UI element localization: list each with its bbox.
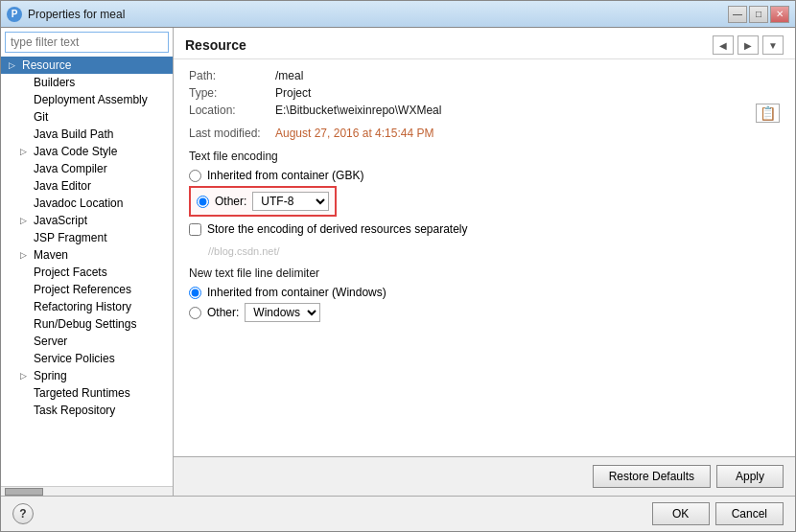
sidebar-item-label: Run/Debug Settings <box>34 317 136 331</box>
other-encoding-label: Other: <box>215 195 246 208</box>
line-delimiter-title: New text file line delimiter <box>189 266 780 280</box>
ok-button[interactable]: OK <box>652 502 710 525</box>
store-encoding-row: Store the encoding of derived resources … <box>189 222 780 236</box>
right-panel: Resource ◀ ▶ ▼ Path: /meal Type: Project <box>174 28 795 496</box>
sidebar-item-refactoring-history[interactable]: Refactoring History <box>1 298 173 315</box>
sidebar-item-project-references[interactable]: Project References <box>1 281 173 298</box>
sidebar-item-javascript[interactable]: ▷ JavaScript <box>1 212 173 229</box>
sidebar-item-label: Maven <box>34 248 68 262</box>
expand-icon: ▷ <box>20 250 30 260</box>
sidebar-item-server[interactable]: Server <box>1 333 173 350</box>
sidebar-item-label: Task Repository <box>34 404 115 417</box>
type-row: Type: Project <box>189 86 780 100</box>
expand-icon: ▷ <box>20 371 30 381</box>
expand-icon: ▷ <box>20 147 30 156</box>
sidebar-item-label: Java Editor <box>34 179 91 193</box>
encoding-select[interactable]: UTF-8 <box>252 192 329 211</box>
properties-dialog: P Properties for meal — □ ✕ ▷ Resource B… <box>0 0 796 532</box>
window-icon: P <box>7 7 22 22</box>
expand-icon: ▷ <box>20 216 30 225</box>
maximize-button[interactable]: □ <box>749 6 768 23</box>
sidebar-item-javadoc-location[interactable]: Javadoc Location <box>1 195 173 212</box>
sidebar-item-git[interactable]: Git <box>1 108 173 126</box>
back-button[interactable]: ◀ <box>713 35 734 55</box>
tree-area: ▷ Resource Builders Deployment Assembly … <box>1 57 173 486</box>
location-browse-button[interactable]: 📋 <box>756 104 780 123</box>
sidebar-item-task-repository[interactable]: Task Repository <box>1 402 173 419</box>
last-modified-row: Last modified: August 27, 2016 at 4:15:4… <box>189 127 780 140</box>
restore-defaults-button[interactable]: Restore Defaults <box>593 465 711 488</box>
other-line-radio[interactable] <box>189 307 201 319</box>
sidebar-item-run-debug-settings[interactable]: Run/Debug Settings <box>1 315 173 333</box>
close-button[interactable]: ✕ <box>770 6 789 23</box>
watermark: //blog.csdn.net/ <box>208 245 795 257</box>
cancel-button[interactable]: Cancel <box>715 502 784 525</box>
sidebar-item-label: Git <box>34 110 48 124</box>
last-modified-value: August 27, 2016 at 4:15:44 PM <box>275 127 433 140</box>
sidebar-item-java-editor[interactable]: Java Editor <box>1 177 173 195</box>
dropdown-button[interactable]: ▼ <box>762 35 784 55</box>
ok-cancel-buttons: OK Cancel <box>652 502 784 525</box>
inherited-encoding-label: Inherited from container (GBK) <box>207 169 363 182</box>
sidebar-item-deployment-assembly[interactable]: Deployment Assembly <box>1 91 173 108</box>
window-controls: — □ ✕ <box>728 6 789 23</box>
last-modified-label: Last modified: <box>189 127 275 140</box>
sidebar-item-resource[interactable]: ▷ Resource <box>1 57 173 74</box>
sidebar-item-targeted-runtimes[interactable]: Targeted Runtimes <box>1 384 173 402</box>
help-button[interactable]: ? <box>12 503 34 524</box>
path-value: /meal <box>275 69 303 82</box>
sidebar-item-jsp-fragment[interactable]: JSP Fragment <box>1 229 173 246</box>
bottom-bar: Restore Defaults Apply <box>174 456 795 496</box>
sidebar-item-label: Project References <box>34 283 131 296</box>
location-row: Location: E:\Bitbucket\weixinrepo\WXMeal… <box>189 104 780 123</box>
sidebar-item-service-policies[interactable]: Service Policies <box>1 350 173 367</box>
very-bottom-bar: ? OK Cancel <box>1 496 795 531</box>
line-delimiter-section: New text file line delimiter Inherited f… <box>189 266 780 322</box>
store-encoding-checkbox[interactable] <box>189 223 201 236</box>
type-value: Project <box>275 86 311 100</box>
inherited-encoding-radio[interactable] <box>189 170 201 182</box>
sidebar-item-label: Service Policies <box>34 352 115 365</box>
sidebar-item-label: Java Code Style <box>34 145 117 158</box>
inherited-encoding-row: Inherited from container (GBK) <box>189 169 780 182</box>
panel-body: Path: /meal Type: Project Location: E:\B… <box>174 59 795 456</box>
other-line-label: Other: <box>207 306 239 319</box>
inherited-windows-row: Inherited from container (Windows) <box>189 286 780 299</box>
sidebar-item-label: JSP Fragment <box>34 231 106 244</box>
sidebar-item-label: Refactoring History <box>34 300 131 313</box>
filter-input[interactable] <box>5 32 169 53</box>
inherited-windows-radio[interactable] <box>189 287 201 299</box>
sidebar-item-label: Project Facets <box>34 266 107 279</box>
panel-nav: ◀ ▶ ▼ <box>713 35 784 55</box>
window-title: Properties for meal <box>28 8 728 21</box>
sidebar-item-project-facets[interactable]: Project Facets <box>1 264 173 281</box>
sidebar-item-label: Java Build Path <box>34 127 113 141</box>
sidebar-item-label: Resource <box>22 58 71 72</box>
path-label: Path: <box>189 69 275 82</box>
other-encoding-radio[interactable] <box>197 196 209 208</box>
minimize-button[interactable]: — <box>728 6 747 23</box>
sidebar-item-label: Server <box>34 335 67 348</box>
sidebar-item-label: Builders <box>34 76 75 89</box>
line-ending-select[interactable]: Windows <box>245 303 320 322</box>
other-line-row: Other: Windows <box>189 303 780 322</box>
sidebar-item-label: Targeted Runtimes <box>34 386 130 400</box>
sidebar-item-label: JavaScript <box>34 214 87 227</box>
store-encoding-label: Store the encoding of derived resources … <box>207 222 468 236</box>
sidebar-item-java-code-style[interactable]: ▷ Java Code Style <box>1 143 173 160</box>
sidebar-item-java-build-path[interactable]: Java Build Path <box>1 126 173 143</box>
apply-button[interactable]: Apply <box>716 465 784 488</box>
sidebar-item-label: Java Compiler <box>34 162 107 175</box>
text-encoding-section-title: Text file encoding <box>189 150 780 163</box>
panel-title: Resource <box>185 37 246 53</box>
sidebar-item-builders[interactable]: Builders <box>1 74 173 91</box>
sidebar-item-label: Deployment Assembly <box>34 93 148 106</box>
sidebar-item-maven[interactable]: ▷ Maven <box>1 246 173 264</box>
forward-button[interactable]: ▶ <box>737 35 759 55</box>
main-content: ▷ Resource Builders Deployment Assembly … <box>1 28 795 496</box>
sidebar-item-spring[interactable]: ▷ Spring <box>1 367 173 384</box>
panel-header: Resource ◀ ▶ ▼ <box>174 28 795 59</box>
sidebar-item-java-compiler[interactable]: Java Compiler <box>1 160 173 177</box>
other-encoding-box: Other: UTF-8 <box>189 186 337 217</box>
sidebar-scrollbar[interactable] <box>1 486 173 496</box>
